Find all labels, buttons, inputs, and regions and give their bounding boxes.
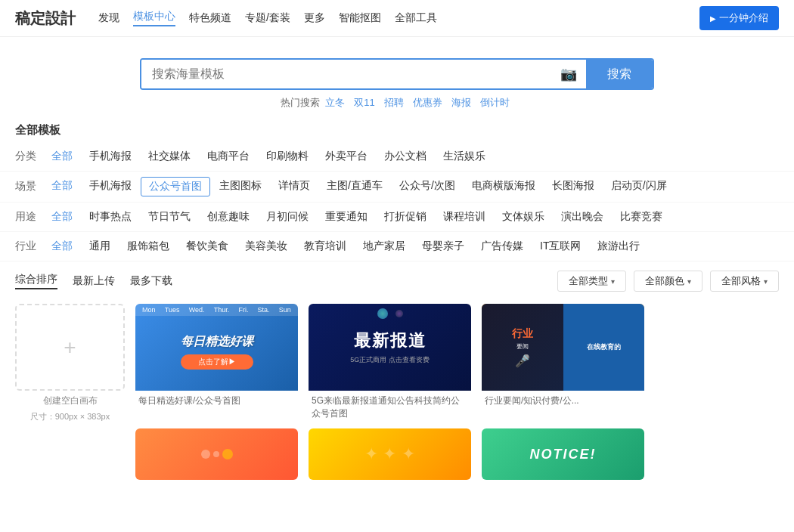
filter-color-dropdown[interactable]: 全部颜色 ▾ [634,271,703,292]
filter-color-label: 全部颜色 [645,274,684,288]
filter-industry-item-4[interactable]: 美容美妆 [237,237,295,255]
filter-usage-item-3[interactable]: 创意趣味 [200,208,257,226]
filter-scene-row: 场景 全部 手机海报 公众号首图 主图图标 详情页 主图/直通车 公众号/次图 … [0,172,794,203]
section-title: 全部模板 [0,119,794,142]
card-0-title: 每日精选好课/公众号首图 [135,391,298,409]
card-0-image: MonTuesWed.Thur.Fri.Sta.Sun 每日精选好课 点击了解▶ [135,304,298,391]
filter-scene-item-7[interactable]: 电商横版海报 [464,177,543,196]
filter-industry-item-5[interactable]: 教育培训 [296,237,354,255]
filter-category-row: 分类 全部 手机海报 社交媒体 电商平台 印刷物料 外卖平台 办公文档 生活娱乐 [0,142,794,172]
sort-right: 全部类型 ▾ 全部颜色 ▾ 全部风格 ▾ [557,271,779,292]
filter-scene-item-6[interactable]: 公众号/次图 [392,177,463,196]
search-input[interactable] [141,60,551,88]
hot-label: 热门搜索 [281,96,320,110]
filter-industry-label: 行业 [15,240,44,253]
bottom-card-2[interactable]: NOTICE! [482,428,644,480]
create-card-label: 创建空白画布 [15,391,125,411]
filter-industry-item-0[interactable]: 全部 [44,237,80,255]
filter-type-dropdown[interactable]: 全部类型 ▾ [557,271,626,292]
nav-topics[interactable]: 专题/套装 [245,11,290,25]
sort-bar: 综合排序 最新上传 最多下载 全部类型 ▾ 全部颜色 ▾ 全部风格 ▾ [0,263,794,299]
filter-category-item-7[interactable]: 生活娱乐 [436,147,493,165]
nav-discover[interactable]: 发现 [98,11,119,25]
filter-scene-item-1[interactable]: 手机海报 [82,177,139,196]
create-blank-card[interactable]: + 创建空白画布 尺寸：900px × 383px [15,304,125,422]
filter-category-item-0[interactable]: 全部 [44,147,80,165]
filter-industry-item-3[interactable]: 餐饮美食 [178,237,236,255]
filter-category-items: 全部 手机海报 社交媒体 电商平台 印刷物料 外卖平台 办公文档 生活娱乐 [44,147,493,165]
filter-industry-item-2[interactable]: 服饰箱包 [119,237,177,255]
nav-all-tools[interactable]: 全部工具 [395,11,437,25]
filter-category-item-5[interactable]: 外卖平台 [318,147,375,165]
hot-item-5[interactable]: 倒计时 [480,96,510,110]
sort-newest[interactable]: 最新上传 [73,274,115,288]
search-box: 📷 搜索 [140,58,654,90]
hot-item-2[interactable]: 招聘 [384,96,404,110]
filter-industry-item-10[interactable]: 旅游出行 [590,237,647,255]
intro-button[interactable]: ▶ 一分钟介绍 [699,6,779,30]
filter-style-dropdown[interactable]: 全部风格 ▾ [710,271,779,292]
filter-category-item-2[interactable]: 社交媒体 [141,147,198,165]
template-card-1[interactable]: 最新报道 5G正式商用 点击查看资费 5G来临最新报道通知公告科技简约公众号首图 [309,304,471,422]
grid-row-2: ✦ ✦ ✦ NOTICE! [0,428,794,486]
filter-scene-item-0[interactable]: 全部 [44,177,80,196]
camera-icon[interactable]: 📷 [551,60,586,88]
search-button[interactable]: 搜索 [586,60,653,88]
filter-industry-item-9[interactable]: IT互联网 [532,237,588,255]
grid-row-1: + 创建空白画布 尺寸：900px × 383px MonTuesWed.Thu… [0,299,794,424]
filter-usage-item-9[interactable]: 演出晚会 [554,208,611,226]
hot-item-0[interactable]: 立冬 [325,96,345,110]
filter-type-label: 全部类型 [569,274,608,288]
hot-item-1[interactable]: 双11 [354,96,374,110]
filter-scene-item-5[interactable]: 主图/直通车 [319,177,390,196]
filter-industry-items: 全部 通用 服饰箱包 餐饮美食 美容美妆 教育培训 地产家居 母婴亲子 广告传媒… [44,237,647,255]
filter-usage-item-2[interactable]: 节日节气 [141,208,198,226]
filter-usage-item-6[interactable]: 打折促销 [377,208,434,226]
sort-comprehensive[interactable]: 综合排序 [15,273,57,289]
filter-usage-item-8[interactable]: 文体娱乐 [495,208,552,226]
filter-usage-label: 用途 [15,210,44,224]
play-icon: ▶ [710,14,716,23]
filter-scene-items: 全部 手机海报 公众号首图 主图图标 详情页 主图/直通车 公众号/次图 电商横… [44,177,675,196]
bottom-card-1[interactable]: ✦ ✦ ✦ [309,428,471,480]
hot-item-4[interactable]: 海报 [451,96,471,110]
card-1-title: 5G来临最新报道通知公告科技简约公众号首图 [309,391,471,422]
filter-usage-item-10[interactable]: 比赛竞赛 [613,208,670,226]
template-card-2[interactable]: 行业 要闻 🎤 在线教育的 行业要闻/知识付费/公... [482,304,644,409]
filter-industry-item-8[interactable]: 广告传媒 [473,237,531,255]
card-2-image: 行业 要闻 🎤 在线教育的 [482,304,644,391]
plus-icon: + [64,337,76,358]
nav-more[interactable]: 更多 [304,11,325,25]
chevron-down-icon: ▾ [611,277,615,286]
filter-category-label: 分类 [15,150,44,163]
filter-scene-item-2[interactable]: 公众号首图 [141,177,210,196]
card-2-title: 行业要闻/知识付费/公... [482,391,644,409]
filter-usage-items: 全部 时事热点 节日节气 创意趣味 月初问候 重要通知 打折促销 课程培训 文体… [44,208,670,226]
filter-category-item-3[interactable]: 电商平台 [200,147,257,165]
template-card-0[interactable]: MonTuesWed.Thur.Fri.Sta.Sun 每日精选好课 点击了解▶… [135,304,298,409]
nav-smart-cutout[interactable]: 智能抠图 [339,11,381,25]
filter-scene-item-9[interactable]: 启动页/闪屏 [603,177,675,196]
filter-scene-item-4[interactable]: 详情页 [271,177,318,196]
filter-scene-item-8[interactable]: 长图海报 [544,177,602,196]
filter-category-item-4[interactable]: 印刷物料 [259,147,316,165]
filter-usage-item-0[interactable]: 全部 [44,208,80,226]
filter-category-item-1[interactable]: 手机海报 [82,147,139,165]
sort-most-downloaded[interactable]: 最多下载 [130,274,172,288]
filter-usage-item-4[interactable]: 月初问候 [259,208,316,226]
filter-usage-item-5[interactable]: 重要通知 [318,208,375,226]
filter-style-label: 全部风格 [721,274,761,288]
filter-scene-item-3[interactable]: 主图图标 [212,177,269,196]
nav-templates[interactable]: 模板中心 [133,10,175,26]
hot-item-3[interactable]: 优惠券 [413,96,442,110]
nav-featured[interactable]: 特色频道 [189,11,231,25]
filter-category-item-6[interactable]: 办公文档 [377,147,434,165]
filter-industry-item-7[interactable]: 母婴亲子 [414,237,472,255]
filter-industry-item-6[interactable]: 地产家居 [355,237,413,255]
filter-usage-item-7[interactable]: 课程培训 [436,208,493,226]
filter-usage-item-1[interactable]: 时事热点 [82,208,139,226]
card-1-image: 最新报道 5G正式商用 点击查看资费 [309,304,471,391]
bottom-card-0[interactable] [135,428,298,480]
filter-industry-item-1[interactable]: 通用 [82,237,118,255]
intro-label: 一分钟介绍 [719,11,768,25]
